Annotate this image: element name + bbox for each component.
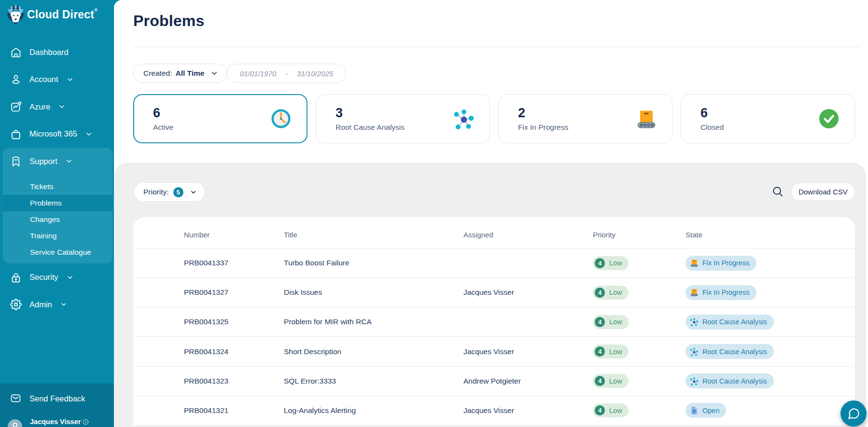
cell-priority: 4 Low bbox=[593, 256, 686, 270]
gear-icon bbox=[10, 299, 22, 310]
search-icon[interactable] bbox=[772, 186, 784, 197]
chat-fab-button[interactable] bbox=[840, 400, 867, 427]
table-row[interactable]: PRB0041337 Turbo Boost Failure 4 Low Fix… bbox=[133, 248, 855, 277]
state-badge: Root Cause Analysis bbox=[686, 315, 774, 330]
chat-bubble-icon bbox=[847, 407, 860, 420]
stat-card-label: Closed bbox=[700, 123, 724, 132]
chevron-down-icon bbox=[67, 274, 73, 281]
cell-assigned: Jacques Visser bbox=[463, 406, 593, 415]
table-row[interactable]: PRB0041321 Log-Analytics Alerting Jacque… bbox=[133, 396, 855, 425]
brand-logo[interactable]: Cloud Direct® bbox=[7, 4, 98, 25]
check-circle-icon bbox=[818, 108, 840, 129]
chevron-right-circle-icon[interactable] bbox=[83, 419, 89, 425]
clock-icon bbox=[270, 108, 292, 129]
chevron-down-icon bbox=[58, 103, 65, 110]
person-icon bbox=[10, 74, 22, 85]
stat-card[interactable]: 6 Active bbox=[133, 94, 308, 143]
sidebar-subitem-label: Problems bbox=[30, 199, 61, 207]
table-row[interactable]: PRB0041324 Short Description Jacques Vis… bbox=[133, 336, 855, 366]
stat-card-label: Active bbox=[153, 123, 173, 132]
stat-card[interactable]: 6 Closed bbox=[681, 94, 855, 143]
sidebar-item-label: Admin bbox=[29, 300, 52, 309]
cell-priority: 4 Low bbox=[593, 374, 686, 388]
cell-title: Turbo Boost Failure bbox=[284, 259, 463, 267]
sidebar-item[interactable]: Microsoft 365 bbox=[0, 121, 114, 148]
cell-state: Open bbox=[686, 403, 855, 418]
briefcase-icon bbox=[10, 128, 22, 140]
priority-badge: 4 Low bbox=[593, 286, 629, 300]
column-header-priority[interactable]: Priority bbox=[593, 231, 686, 239]
column-header-title[interactable]: Title bbox=[284, 231, 463, 239]
cell-title: Log-Analytics Alerting bbox=[284, 406, 463, 415]
sidebar-nav-group: Security bbox=[0, 263, 114, 291]
problems-table: Number Title Assigned Priority State PRB… bbox=[133, 217, 855, 425]
state-badge: Fix In Progress bbox=[686, 256, 756, 271]
sidebar-item[interactable]: Azure bbox=[0, 93, 114, 121]
priority-badge: 4 Low bbox=[593, 256, 629, 270]
envelope-icon bbox=[10, 393, 22, 404]
table-row[interactable]: PRB0041327 Disk Issues Jacques Visser 4 … bbox=[133, 277, 855, 307]
priority-badge-number: 4 bbox=[595, 288, 605, 298]
table-row[interactable]: PRB0041323 SQL Error:3333 Andrew Potgiet… bbox=[133, 366, 855, 396]
date-range-input[interactable]: 01/01/1970 - 31/10/2025 bbox=[227, 64, 346, 83]
download-csv-button[interactable]: Download CSV bbox=[791, 183, 855, 201]
cell-number: PRB0041321 bbox=[133, 406, 284, 415]
column-header-assigned[interactable]: Assigned bbox=[463, 231, 593, 239]
sidebar-footer: Send Feedback Jacques Visser bbox=[0, 384, 114, 427]
network-icon bbox=[690, 377, 699, 386]
cell-priority: 4 Low bbox=[593, 315, 686, 329]
priority-filter-dropdown[interactable]: Priority: 5 bbox=[134, 182, 205, 202]
sidebar-subitem[interactable]: Changes bbox=[3, 211, 112, 228]
sidebar-nav: Dashboard Account Azure bbox=[0, 39, 114, 318]
sidebar-item[interactable]: Account bbox=[0, 66, 114, 94]
priority-badge-label: Low bbox=[609, 259, 622, 267]
sidebar-subitem[interactable]: Service Catalogue bbox=[3, 244, 112, 261]
priority-badge-number: 4 bbox=[595, 405, 605, 415]
document-icon bbox=[690, 406, 699, 415]
sidebar-item[interactable]: Support bbox=[3, 148, 112, 175]
priority-badge: 4 Low bbox=[593, 315, 629, 329]
lock-icon bbox=[10, 272, 22, 283]
stat-card[interactable]: 2 Fix In Progress bbox=[498, 94, 672, 143]
azure-chart-icon bbox=[10, 101, 22, 112]
user-name[interactable]: Jacques Visser bbox=[30, 418, 81, 426]
state-badge-label: Root Cause Analysis bbox=[702, 377, 767, 385]
sidebar-subitem[interactable]: Training bbox=[3, 228, 112, 244]
stat-card[interactable]: 3 Root Cause Analysis bbox=[316, 94, 490, 143]
cell-priority: 4 Low bbox=[593, 403, 686, 417]
chevron-down-icon bbox=[60, 301, 67, 308]
sidebar-subitem-label: Service Catalogue bbox=[30, 248, 91, 257]
sidebar-subitem[interactable]: Tickets bbox=[3, 179, 112, 195]
stat-card-value: 2 bbox=[518, 106, 525, 121]
state-badge-label: Fix In Progress bbox=[702, 289, 750, 296]
chevron-down-icon bbox=[190, 189, 196, 195]
cell-number: PRB0041324 bbox=[133, 347, 284, 356]
sidebar-sublist: Tickets Problems Changes Training Servic… bbox=[3, 175, 112, 261]
sidebar-item[interactable]: Admin bbox=[0, 291, 114, 318]
sidebar-subitem[interactable]: Problems bbox=[3, 195, 112, 211]
sidebar-nav-group: Support Tickets Problems Changes Trainin… bbox=[3, 148, 112, 263]
avatar-person-icon[interactable] bbox=[8, 419, 22, 427]
send-feedback-button[interactable]: Send Feedback bbox=[0, 384, 114, 413]
page-title: Problems bbox=[133, 11, 204, 31]
priority-badge-label: Low bbox=[609, 318, 622, 326]
priority-badge-number: 4 bbox=[595, 376, 605, 386]
sidebar-nav-group: Account bbox=[0, 66, 114, 94]
priority-badge-label: Low bbox=[609, 407, 622, 414]
sidebar-item-label: Security bbox=[29, 273, 58, 282]
hedgehog-icon bbox=[7, 4, 25, 25]
column-header-state[interactable]: State bbox=[686, 231, 855, 239]
priority-badge: 4 Low bbox=[593, 374, 629, 388]
stat-cards: 6 Active 3 Root Cause Analysis 2 Fix In … bbox=[133, 94, 855, 143]
sidebar-subitem-label: Training bbox=[30, 232, 56, 240]
sidebar-item[interactable]: Dashboard bbox=[0, 39, 114, 66]
priority-badge: 4 Low bbox=[593, 344, 629, 358]
table-row[interactable]: PRB0041325 Problem for MIR with RCA 4 Lo… bbox=[133, 307, 855, 336]
created-filter-dropdown[interactable]: Created: All Time bbox=[133, 64, 227, 83]
table-panel: Priority: 5 Download CSV Number Title As… bbox=[114, 163, 866, 427]
priority-badge-number: 4 bbox=[595, 346, 605, 357]
sidebar-item[interactable]: Security bbox=[0, 263, 114, 291]
conveyor-icon bbox=[690, 259, 699, 267]
column-header-number[interactable]: Number bbox=[133, 231, 284, 239]
state-badge-label: Root Cause Analysis bbox=[702, 348, 767, 356]
